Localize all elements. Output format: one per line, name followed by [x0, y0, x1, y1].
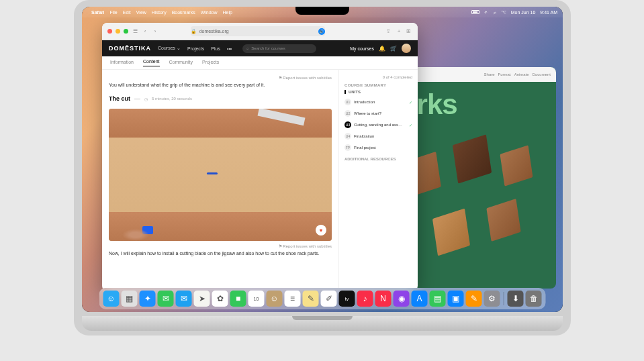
dock-calendar[interactable]: 10 — [248, 291, 265, 307]
lesson-outro-text: Now, I will explain how to install a cut… — [109, 251, 332, 256]
bgwin-tool[interactable]: Document — [533, 72, 551, 76]
unit-item[interactable]: U3Cutting, sanding and ass…✓ — [344, 121, 412, 129]
bgwin-tool[interactable]: Format — [498, 72, 511, 76]
tab-community[interactable]: Community — [169, 60, 193, 66]
video-player[interactable]: ♥ — [109, 109, 332, 241]
resources-heading[interactable]: ADDITIONAL RESOURCES — [344, 157, 412, 161]
address-host: domestika.org — [199, 29, 229, 34]
unit-item[interactable]: U4Finalization — [344, 132, 412, 140]
dock-finder[interactable]: ☺ — [103, 291, 120, 307]
dock-podcasts[interactable]: ◉ — [394, 291, 410, 307]
menu-bookmarks[interactable]: Bookmarks — [172, 10, 195, 15]
course-sidebar: 0 of 4 completed COURSE SUMMARY UNITS U1… — [338, 70, 418, 291]
unit-item[interactable]: FPFinal project — [344, 144, 412, 152]
unit-name: Where to start? — [354, 111, 410, 115]
unit-code: U4 — [344, 133, 351, 140]
tab-content[interactable]: Content — [143, 59, 160, 66]
dock-reminders[interactable]: ≡ — [285, 291, 301, 307]
audio-indicator-icon[interactable]: 🔊 — [318, 28, 325, 35]
check-icon: ✓ — [409, 100, 412, 105]
bgwin-tool[interactable]: Share — [484, 72, 495, 76]
avatar[interactable] — [402, 44, 411, 53]
menu-file[interactable]: File — [109, 10, 117, 15]
units-heading: UNITS — [344, 90, 412, 94]
cart-icon[interactable]: 🛒 — [390, 46, 397, 52]
dock-tv[interactable]: tv — [339, 291, 355, 307]
search-icon[interactable]: ⌕ — [494, 10, 496, 15]
dock-numbers[interactable]: ▤ — [430, 291, 446, 307]
progress-text: 0 of 4 completed — [344, 75, 412, 79]
forward-button[interactable]: › — [152, 28, 158, 35]
safari-chrome: ☰ ‹ › 🔒 domestika.org 🔊 ⇪ + ⊞ — [102, 23, 418, 40]
tab-information[interactable]: Information — [110, 60, 134, 66]
menu-view[interactable]: View — [136, 10, 146, 15]
nav-more-icon[interactable]: ••• — [227, 46, 232, 51]
subtitles-report-link[interactable]: ⚑ Report issues with subtitles — [109, 75, 332, 80]
unit-item[interactable]: U2Where to start? — [344, 109, 412, 117]
dock-launchpad[interactable]: ▦ — [122, 291, 138, 307]
unit-item[interactable]: U1Introduction✓ — [344, 98, 412, 106]
dock-notes[interactable]: ✎ — [303, 291, 319, 307]
tabs-button[interactable]: ⊞ — [406, 28, 412, 35]
control-center-icon[interactable]: ⌥ — [501, 9, 506, 15]
screen: Safari File Edit View History Bookmarks … — [82, 7, 563, 312]
wifi-icon[interactable]: ᯤ — [484, 10, 489, 15]
unit-code: FP — [344, 144, 351, 151]
site-logo[interactable]: DOMĒSTIKA — [109, 45, 151, 52]
check-icon: ✓ — [409, 123, 412, 127]
unit-name: Cutting, sanding and ass… — [354, 123, 406, 127]
bgwin-tool[interactable]: Animate — [514, 72, 529, 76]
menubar-app[interactable]: Safari — [91, 10, 104, 15]
safari-window: ☰ ‹ › 🔒 domestika.org 🔊 ⇪ + ⊞ DOMĒSTIKA … — [102, 23, 418, 291]
close-button[interactable] — [107, 29, 112, 34]
dock-settings[interactable]: ⚙ — [484, 291, 500, 307]
dock-photos[interactable]: ✿ — [212, 291, 228, 307]
new-tab-button[interactable]: + — [396, 28, 402, 35]
sidebar-toggle-icon[interactable]: ☰ — [132, 28, 138, 35]
menu-window[interactable]: Window — [201, 10, 218, 15]
site-header: DOMĒSTIKA Courses ⌄ Projects Plus ••• ⌕ … — [102, 40, 418, 56]
dock-safari[interactable]: ✦ — [140, 291, 156, 307]
address-bar[interactable]: 🔒 domestika.org 🔊 — [191, 26, 325, 36]
lesson-main: ⚑ Report issues with subtitles You will … — [102, 70, 338, 291]
menu-help[interactable]: Help — [223, 10, 232, 15]
dock-pages[interactable]: ✎ — [466, 291, 482, 307]
dock-keynote[interactable]: ▣ — [448, 291, 464, 307]
site-search-input[interactable]: ⌕ Search for courses — [242, 44, 316, 53]
menubar-time[interactable]: 9:41 AM — [540, 10, 557, 15]
tab-projects[interactable]: Projects — [202, 60, 219, 66]
summary-heading: COURSE SUMMARY — [344, 83, 412, 87]
dock: ☺▦✦✉✉➤✿■10☺≡✎✐tv♪N◉A▤▣✎⚙ ⬇ 🗑 — [99, 288, 546, 309]
dock-mail[interactable]: ✉ — [176, 291, 192, 307]
share-button[interactable]: ⇪ — [385, 28, 392, 35]
nav-plus[interactable]: Plus — [211, 46, 220, 51]
nav-courses[interactable]: Courses ⌄ — [158, 46, 181, 51]
minimize-button[interactable] — [116, 29, 120, 34]
dock-trash[interactable]: 🗑 — [526, 291, 542, 307]
dock-appstore[interactable]: A — [412, 291, 428, 307]
search-placeholder: Search for courses — [251, 46, 285, 50]
unit-code: U3 — [344, 121, 351, 128]
dock-facetime[interactable]: ■ — [230, 291, 246, 307]
marker-object — [207, 172, 218, 174]
unit-name: Introduction — [354, 100, 406, 104]
dock-contacts[interactable]: ☺ — [267, 291, 283, 307]
notifications-icon[interactable]: 🔔 — [379, 46, 385, 52]
menubar-date[interactable]: Mon Jun 10 — [511, 10, 536, 15]
dock-news[interactable]: N — [375, 291, 392, 307]
dock-downloads[interactable]: ⬇ — [508, 291, 524, 307]
site-badge-icon[interactable]: ♥ — [316, 225, 326, 236]
zoom-button[interactable] — [124, 29, 128, 34]
dock-maps[interactable]: ➤ — [194, 291, 210, 307]
lesson-intro-text: You will understand what the grip of the… — [109, 83, 332, 87]
menu-edit[interactable]: Edit — [123, 10, 131, 15]
dock-music[interactable]: ♪ — [357, 291, 373, 307]
dock-freeform[interactable]: ✐ — [321, 291, 337, 307]
nav-projects[interactable]: Projects — [187, 46, 204, 51]
menu-history[interactable]: History — [152, 10, 167, 15]
dock-messages[interactable]: ✉ — [158, 291, 174, 307]
subtitles-report-link[interactable]: ⚑ Report issues with subtitles — [109, 244, 332, 248]
battery-icon[interactable] — [471, 10, 479, 14]
my-courses-link[interactable]: My courses — [350, 46, 374, 51]
back-button[interactable]: ‹ — [142, 28, 148, 35]
